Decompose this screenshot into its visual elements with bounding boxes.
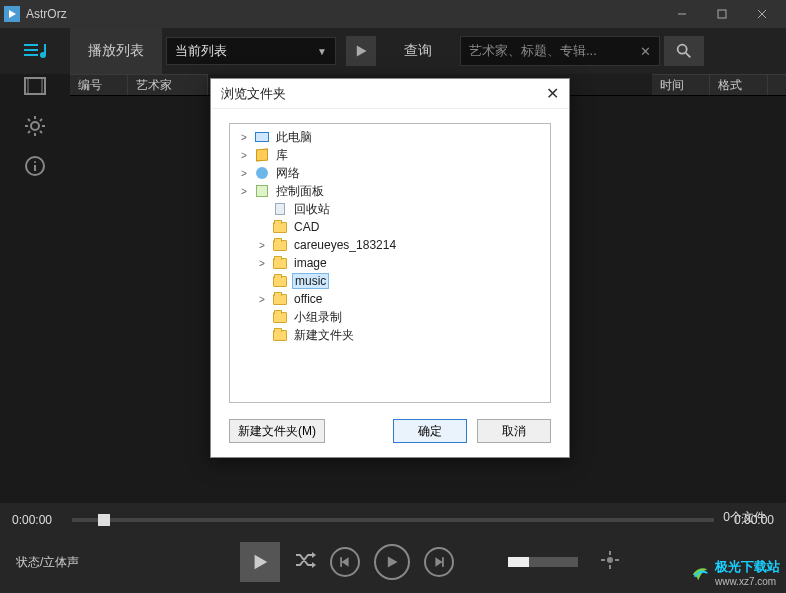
col-artist[interactable]: 艺术家 (128, 74, 208, 95)
seek-slider[interactable] (72, 518, 714, 522)
dialog-close-button[interactable]: ✕ (546, 84, 559, 103)
folder-icon (272, 328, 288, 342)
tree-item[interactable]: >控制面板 (232, 182, 548, 200)
big-play-button[interactable] (240, 542, 280, 582)
svg-line-21 (28, 119, 30, 121)
info-icon[interactable] (23, 154, 47, 178)
app-icon (4, 6, 20, 22)
tree-item-label: 回收站 (292, 201, 332, 218)
tree-item[interactable]: >careueyes_183214 (232, 236, 548, 254)
file-count: 0个文件 (723, 509, 766, 526)
expander-icon[interactable]: > (256, 258, 268, 269)
col-index[interactable]: 编号 (70, 74, 128, 95)
svg-marker-31 (341, 557, 348, 567)
cp-icon (254, 184, 270, 198)
gear-icon[interactable] (23, 114, 47, 138)
sidebar (0, 74, 70, 178)
chevron-down-icon: ▼ (317, 46, 327, 57)
app-title: AstrOrz (26, 7, 67, 21)
expander-icon[interactable]: > (238, 186, 250, 197)
svg-point-26 (34, 161, 36, 163)
playlist-combo[interactable]: 当前列表 ▼ (166, 37, 336, 65)
target-icon[interactable] (600, 550, 620, 574)
svg-marker-29 (312, 552, 316, 558)
tree-item[interactable]: >此电脑 (232, 128, 548, 146)
svg-marker-0 (9, 10, 16, 18)
tree-item[interactable]: 小组录制 (232, 308, 548, 326)
tree-item-label: 库 (274, 147, 290, 164)
volume-control[interactable] (508, 557, 578, 567)
tree-item[interactable]: CAD (232, 218, 548, 236)
query-label[interactable]: 查询 (376, 42, 460, 60)
dialog-title: 浏览文件夹 (221, 85, 286, 103)
tree-item[interactable]: 新建文件夹 (232, 326, 548, 344)
col-format[interactable]: 格式 (710, 74, 768, 95)
svg-rect-9 (44, 44, 46, 54)
svg-rect-15 (42, 78, 45, 94)
time-elapsed: 0:00:00 (12, 513, 62, 527)
dialog-titlebar: 浏览文件夹 ✕ (211, 79, 569, 109)
svg-line-22 (40, 131, 42, 133)
expander-icon[interactable]: > (238, 168, 250, 179)
expander-icon[interactable]: > (238, 132, 250, 143)
search-button[interactable] (664, 36, 704, 66)
tree-item-label: CAD (292, 220, 321, 234)
svg-point-36 (607, 557, 613, 563)
tree-item[interactable]: >网络 (232, 164, 548, 182)
maximize-button[interactable] (702, 1, 742, 27)
tree-item[interactable]: >image (232, 254, 548, 272)
rb-icon (272, 202, 288, 216)
next-button[interactable] (424, 547, 454, 577)
pc-icon (254, 130, 270, 144)
clear-icon[interactable]: ✕ (640, 44, 651, 59)
svg-rect-5 (24, 44, 38, 46)
sidebar-playlist-icon[interactable] (0, 28, 70, 74)
tree-item-label: office (292, 292, 324, 306)
new-folder-button[interactable]: 新建文件夹(M) (229, 419, 325, 443)
tree-item[interactable]: >库 (232, 146, 548, 164)
expander-icon[interactable]: > (238, 150, 250, 161)
tree-item-label: image (292, 256, 329, 270)
tree-item[interactable]: 回收站 (232, 200, 548, 218)
tree-item-label: music (292, 273, 329, 289)
folder-tree[interactable]: >此电脑>库>网络>控制面板回收站CAD>careueyes_183214>im… (229, 123, 551, 403)
ok-button[interactable]: 确定 (393, 419, 467, 443)
expander-icon[interactable]: > (256, 240, 268, 251)
tree-item[interactable]: music (232, 272, 548, 290)
svg-line-23 (40, 119, 42, 121)
watermark-url: www.xz7.com (715, 576, 780, 587)
watermark: 极光下载站 www.xz7.com (689, 558, 780, 587)
tree-item[interactable]: >office (232, 290, 548, 308)
tree-item-label: 网络 (274, 165, 302, 182)
svg-rect-6 (24, 49, 38, 51)
folder-icon (272, 274, 288, 288)
expander-icon[interactable]: > (256, 294, 268, 305)
folder-icon (272, 238, 288, 252)
svg-marker-34 (435, 557, 442, 567)
folder-icon (272, 310, 288, 324)
shuffle-icon[interactable] (294, 551, 316, 573)
watermark-brand: 极光下载站 (715, 558, 780, 576)
play-pause-button[interactable] (374, 544, 410, 580)
top-toolbar: 播放列表 当前列表 ▼ 查询 艺术家、标题、专辑... ✕ (0, 28, 786, 74)
tree-item-label: 新建文件夹 (292, 327, 356, 344)
video-icon[interactable] (23, 74, 47, 98)
player-bar: 0个文件 0:00:00 0:00:00 状态/立体声 极光下载站 www.xz… (0, 503, 786, 593)
volume-slider[interactable] (508, 557, 578, 567)
svg-marker-28 (255, 555, 268, 569)
minimize-button[interactable] (662, 1, 702, 27)
search-input[interactable]: 艺术家、标题、专辑... ✕ (460, 36, 660, 66)
play-button[interactable] (346, 36, 376, 66)
col-time[interactable]: 时间 (652, 74, 710, 95)
title-bar: AstrOrz (0, 0, 786, 28)
tree-item-label: 小组录制 (292, 309, 344, 326)
svg-rect-14 (25, 78, 28, 94)
search-placeholder: 艺术家、标题、专辑... (469, 42, 597, 60)
svg-marker-10 (357, 45, 367, 56)
svg-marker-30 (312, 562, 316, 568)
close-button[interactable] (742, 1, 782, 27)
seek-row: 0:00:00 0:00:00 (0, 503, 786, 537)
seek-knob[interactable] (98, 514, 110, 526)
prev-button[interactable] (330, 547, 360, 577)
cancel-button[interactable]: 取消 (477, 419, 551, 443)
